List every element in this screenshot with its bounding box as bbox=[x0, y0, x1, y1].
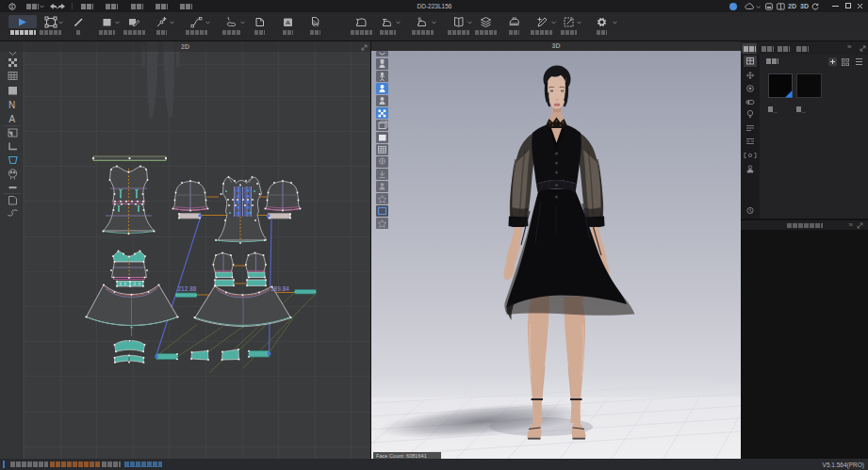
svg-text:189.84: 189.84 bbox=[270, 285, 289, 292]
svg-text:A: A bbox=[9, 114, 16, 124]
svg-text:N: N bbox=[8, 100, 15, 110]
svg-text:212.88: 212.88 bbox=[178, 285, 197, 292]
